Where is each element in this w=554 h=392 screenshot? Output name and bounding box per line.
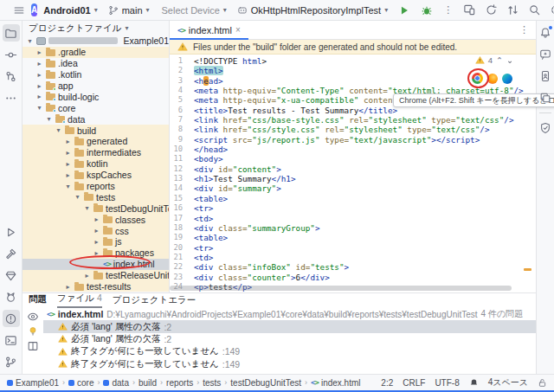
more-tool-windows-button[interactable]: [3, 89, 20, 106]
inspection-widget[interactable]: 4 ⌃ ⌃: [475, 55, 513, 65]
tree-item-classes[interactable]: ▸classes: [23, 214, 169, 225]
chevron-collapsed-icon[interactable]: ▸: [93, 215, 100, 223]
chevron-collapsed-icon[interactable]: ▸: [35, 60, 43, 67]
tab-project-errors[interactable]: プロジェクトエラー: [113, 294, 196, 308]
tree-item-intermediates[interactable]: ▸intermediates: [23, 147, 169, 158]
settings-button[interactable]: [545, 2, 554, 19]
file-encoding[interactable]: UTF-8: [435, 378, 459, 388]
device-mirroring-button[interactable]: [537, 67, 554, 85]
chevron-collapsed-icon[interactable]: ▸: [93, 238, 100, 246]
commit-tool-button[interactable]: [3, 46, 20, 63]
quickfix-bulb-icon[interactable]: [27, 325, 39, 337]
indent-setting[interactable]: 4スペース: [488, 376, 528, 389]
device-selector[interactable]: Select Device ▾: [158, 2, 231, 19]
tree-item-app[interactable]: ▸app: [23, 80, 169, 92]
chevron-collapsed-icon[interactable]: ▸: [64, 138, 72, 145]
prev-problem-icon[interactable]: ⌃: [496, 55, 503, 65]
tree-item-build[interactable]: ▾build: [23, 125, 169, 136]
tree-item-kspCaches[interactable]: ▸kspCaches: [23, 170, 169, 181]
search-everywhere-button[interactable]: [524, 2, 545, 19]
terminal-tool-button[interactable]: [3, 331, 20, 349]
editor-tab-index-html[interactable]: <> index.html ×: [170, 21, 248, 40]
chevron-expanded-icon[interactable]: ▾: [26, 37, 34, 45]
breadcrumb-tests[interactable]: tests: [203, 378, 221, 388]
running-devices-button[interactable]: [537, 89, 554, 106]
tree-item-test-results[interactable]: ▸test-results: [23, 281, 169, 292]
edge-icon[interactable]: [502, 74, 512, 84]
project-selector[interactable]: Android01 ▾: [39, 2, 101, 19]
chevron-expanded-icon[interactable]: ▾: [64, 183, 72, 190]
breadcrumb-reports[interactable]: reports: [166, 378, 193, 388]
chevron-expanded-icon[interactable]: ▾: [83, 204, 91, 212]
chevron-collapsed-icon[interactable]: ▸: [83, 272, 91, 280]
app-quality-tool-button[interactable]: [3, 267, 20, 284]
shield-button[interactable]: [537, 119, 554, 137]
main-menu-button[interactable]: [9, 2, 29, 19]
chrome-icon[interactable]: [472, 73, 483, 84]
chevron-collapsed-icon[interactable]: ▸: [64, 171, 72, 179]
unlock-icon[interactable]: [538, 378, 547, 388]
branch-selector[interactable]: main ▾: [104, 2, 154, 19]
chevron-collapsed-icon[interactable]: ▸: [64, 160, 72, 168]
chevron-collapsed-icon[interactable]: ▸: [35, 93, 43, 100]
preview-eye-icon[interactable]: [27, 311, 39, 323]
tree-item-.gradle[interactable]: ▸.gradle: [23, 47, 169, 58]
run-button[interactable]: [394, 2, 415, 19]
build-tool-button[interactable]: [3, 245, 20, 262]
device-manager-button[interactable]: [459, 2, 480, 19]
tree-item-testReleaseUnitTest[interactable]: ▸testReleaseUnitTest: [23, 270, 169, 281]
tree-item-css[interactable]: ▸css: [23, 225, 169, 236]
ai-assistant-button[interactable]: [537, 46, 554, 63]
project-view-selector[interactable]: プロジェクトファイル ▾: [23, 21, 169, 35]
problem-item-3[interactable]: 終了タグが何にも一致していません:149: [43, 345, 536, 357]
tree-item-Example01[interactable]: ▾Example01: [23, 35, 169, 47]
version-control-tool-button[interactable]: [3, 353, 20, 370]
notifications-icon[interactable]: [469, 378, 479, 388]
breadcrumb-index.html[interactable]: <>index.html: [311, 378, 360, 388]
tree-item-build-logic[interactable]: ▸build-logic: [23, 91, 169, 102]
problem-item-1[interactable]: 必須 'lang' 属性の欠落:2: [43, 320, 536, 332]
update-project-button[interactable]: [502, 2, 524, 19]
pull-requests-tool-button[interactable]: [3, 67, 20, 85]
firefox-icon[interactable]: [487, 74, 498, 84]
run-tool-button[interactable]: [3, 223, 20, 241]
next-problem-icon[interactable]: ⌃: [506, 55, 513, 65]
problem-item-4[interactable]: 終了タグが何にも一致していません:149: [43, 358, 536, 370]
debug-button[interactable]: [416, 2, 437, 19]
problems-tool-button[interactable]: [3, 310, 20, 327]
breadcrumb-testDebugUnitTest[interactable]: testDebugUnitTest: [230, 378, 301, 388]
logcat-tool-button[interactable]: [3, 288, 20, 305]
chevron-expanded-icon[interactable]: ▾: [55, 126, 62, 134]
run-config-selector[interactable]: OkHttpHtmlRepositoryImplTest ▾: [233, 2, 392, 19]
chevron-collapsed-icon[interactable]: ▸: [93, 227, 100, 235]
chevron-expanded-icon[interactable]: ▾: [74, 193, 81, 201]
split-view-icon[interactable]: [27, 340, 39, 352]
tree-item-.idea[interactable]: ▸.idea: [23, 58, 169, 69]
tree-item-tests[interactable]: ▾tests: [23, 191, 169, 202]
chevron-collapsed-icon[interactable]: ▸: [93, 249, 100, 257]
sync-project-button[interactable]: [480, 2, 502, 19]
notifications-button[interactable]: [537, 24, 554, 42]
error-stripe-mark[interactable]: [524, 268, 531, 271]
chevron-collapsed-icon[interactable]: ▸: [64, 283, 72, 291]
breadcrumb-data[interactable]: data: [103, 378, 128, 388]
horizontal-scrollbar[interactable]: [170, 286, 512, 291]
problems-file-header[interactable]: <>index.htmlD:¥Lyamaguchi¥AndroidProject…: [43, 308, 536, 320]
tree-item-kotlin[interactable]: ▸kotlin: [23, 158, 169, 170]
tree-item-data[interactable]: ▾data: [23, 113, 169, 125]
tab-options-button[interactable]: ⋮: [512, 24, 536, 35]
tree-item-generated[interactable]: ▸generated: [23, 136, 169, 147]
chevron-collapsed-icon[interactable]: ▸: [35, 71, 43, 79]
tree-item-.kotlin[interactable]: ▸.kotlin: [23, 69, 169, 80]
breadcrumb-Example01[interactable]: Example01: [7, 378, 59, 388]
chevron-collapsed-icon[interactable]: ▸: [35, 48, 43, 56]
tree-item-reports[interactable]: ▾reports: [23, 181, 169, 192]
line-separator[interactable]: CRLF: [403, 378, 425, 388]
breadcrumb-core[interactable]: core: [68, 378, 93, 388]
code-editor[interactable]: 1<!DOCTYPE html>2<html>3<head>4<meta htt…: [170, 55, 536, 292]
chevron-collapsed-icon[interactable]: ▸: [64, 149, 72, 157]
more-actions-button[interactable]: ⋮: [439, 2, 457, 19]
tree-item-index.html[interactable]: <>index.html: [23, 259, 169, 270]
project-tool-button[interactable]: [3, 24, 20, 42]
breadcrumb-build[interactable]: build: [138, 378, 157, 388]
